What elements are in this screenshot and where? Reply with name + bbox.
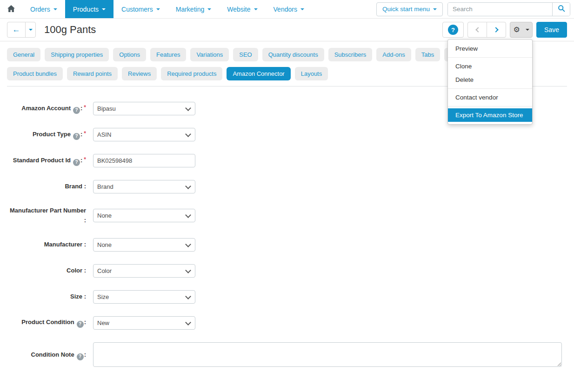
chevron-down-icon: [102, 8, 106, 10]
tab-options[interactable]: Options: [113, 48, 146, 61]
help-button[interactable]: [442, 22, 464, 38]
manufacturer-label: Manufacturer :: [7, 240, 86, 250]
menu-divider: [448, 88, 532, 89]
brand-label: Brand :: [7, 182, 86, 192]
chevron-down-icon: [207, 8, 211, 10]
gear-button[interactable]: ⚙: [510, 22, 533, 38]
chevron-down-icon: [156, 8, 160, 10]
manufacturer-select-wrap: None: [93, 238, 195, 252]
form-row-condition-note: Condition Note:: [7, 342, 562, 369]
menu-item-delete[interactable]: Delete: [448, 73, 532, 86]
nav-item-vendors[interactable]: Vendors: [266, 0, 312, 18]
home-icon: [7, 5, 15, 13]
tab-features[interactable]: Features: [150, 48, 186, 61]
tab-seo[interactable]: SEO: [233, 48, 258, 61]
required-marker: *: [84, 130, 86, 137]
menu-item-preview[interactable]: Preview: [448, 42, 532, 55]
tab-general[interactable]: General: [7, 48, 40, 61]
top-navbar: Orders Products Customers Marketing Webs…: [0, 0, 574, 19]
tab-shipping-properties[interactable]: Shipping properties: [45, 48, 109, 61]
tab-amazon-connector[interactable]: Amazon Connector: [227, 67, 290, 80]
manufacturer-part-number-select[interactable]: None: [93, 209, 195, 222]
menu-item-contact-vendor[interactable]: Contact vendor: [448, 91, 532, 104]
nav-item-products[interactable]: Products: [65, 0, 113, 18]
product-condition-label: Product Condition:: [7, 318, 86, 328]
home-button[interactable]: [0, 0, 22, 18]
product-type-select-wrap: ASIN: [93, 128, 195, 141]
search-input[interactable]: [448, 3, 552, 16]
tab-subscribers[interactable]: Subscribers: [328, 48, 373, 61]
brand-select[interactable]: Brand: [93, 180, 195, 193]
help-icon: [73, 133, 80, 140]
chevron-left-icon: [475, 27, 481, 32]
manufacturer-select[interactable]: None: [93, 238, 195, 252]
size-label: Size :: [7, 292, 86, 302]
chevron-down-icon: [254, 8, 258, 10]
product-condition-select-wrap: New: [93, 316, 195, 330]
color-select[interactable]: Color: [93, 264, 195, 278]
tab-layouts[interactable]: Layouts: [295, 67, 328, 80]
topbar-right: Quick start menu: [376, 0, 574, 18]
question-mark-icon: [448, 25, 458, 35]
menu-item-export-to-amazon-store[interactable]: Export To Amazon Store: [448, 108, 532, 122]
condition-note-label: Condition Note:: [7, 350, 86, 360]
form-row-size: Size : Size: [7, 290, 562, 304]
back-dropdown-button[interactable]: [25, 22, 36, 38]
tab-product-bundles[interactable]: Product bundles: [7, 67, 63, 80]
required-marker: *: [84, 156, 86, 163]
menu-item-clone[interactable]: Clone: [448, 60, 532, 73]
tab-required-products[interactable]: Required products: [161, 67, 222, 80]
help-icon: [77, 321, 84, 328]
quick-start-menu-button[interactable]: Quick start menu: [376, 2, 443, 16]
help-icon: [73, 107, 80, 114]
nav-item-orders[interactable]: Orders: [22, 0, 65, 18]
gear-dropdown-wrap: ⚙ Preview Clone Delete Contact vendor Ex…: [510, 22, 533, 38]
form-row-manufacturer-part-number: Manufacturer Part Number : None: [7, 206, 562, 226]
amazon-account-select[interactable]: Bipasu: [93, 102, 195, 115]
help-icon: [73, 159, 80, 166]
search-box: [447, 2, 570, 16]
nav-item-customers[interactable]: Customers: [113, 0, 168, 18]
tab-tabs[interactable]: Tabs: [415, 48, 440, 61]
form-row-manufacturer: Manufacturer : None: [7, 238, 562, 252]
back-button[interactable]: ←: [7, 22, 26, 38]
search-button[interactable]: [552, 3, 570, 16]
form-row-product-type: Product Type:* ASIN: [7, 128, 562, 141]
arrow-left-icon: ←: [13, 25, 20, 34]
color-label: Color :: [7, 266, 86, 276]
previous-product-button[interactable]: [467, 22, 487, 38]
nav-item-marketing[interactable]: Marketing: [168, 0, 219, 18]
next-product-button[interactable]: [487, 22, 506, 38]
standard-product-id-wrap: [93, 154, 562, 167]
form-row-product-condition: Product Condition: New: [7, 316, 562, 330]
amazon-account-label: Amazon Account:*: [7, 103, 86, 114]
chevron-down-icon: [29, 29, 33, 31]
form-row-standard-product-id: Standard Product Id:*: [7, 154, 562, 167]
condition-note-wrap: [93, 342, 562, 369]
actions-dropdown-menu: Preview Clone Delete Contact vendor Expo…: [447, 39, 533, 125]
size-select-wrap: Size: [93, 290, 195, 304]
tab-reviews[interactable]: Reviews: [122, 67, 157, 80]
size-select[interactable]: Size: [93, 290, 195, 304]
menu-divider: [448, 106, 532, 106]
tab-variations[interactable]: Variations: [190, 48, 229, 61]
chevron-down-icon: [526, 29, 529, 31]
nav-item-website[interactable]: Website: [219, 0, 265, 18]
form-row-color: Color : Color: [7, 264, 562, 278]
save-button[interactable]: Save: [536, 22, 567, 38]
required-marker: *: [84, 104, 86, 111]
product-type-select[interactable]: ASIN: [93, 128, 195, 141]
tab-reward-points[interactable]: Reward points: [67, 67, 118, 80]
tab-add-ons[interactable]: Add-ons: [376, 48, 411, 61]
product-type-label: Product Type:*: [7, 129, 86, 140]
help-icon: [77, 353, 84, 360]
search-icon: [558, 5, 565, 13]
brand-select-wrap: Brand: [93, 180, 195, 193]
tab-quantity-discounts[interactable]: Quantity discounts: [262, 48, 324, 61]
gear-icon: ⚙: [513, 26, 520, 33]
product-condition-select[interactable]: New: [93, 316, 195, 330]
back-button-group: ←: [7, 22, 36, 38]
condition-note-textarea[interactable]: [93, 342, 562, 367]
standard-product-id-input[interactable]: [93, 154, 195, 167]
menu-divider: [448, 57, 532, 58]
